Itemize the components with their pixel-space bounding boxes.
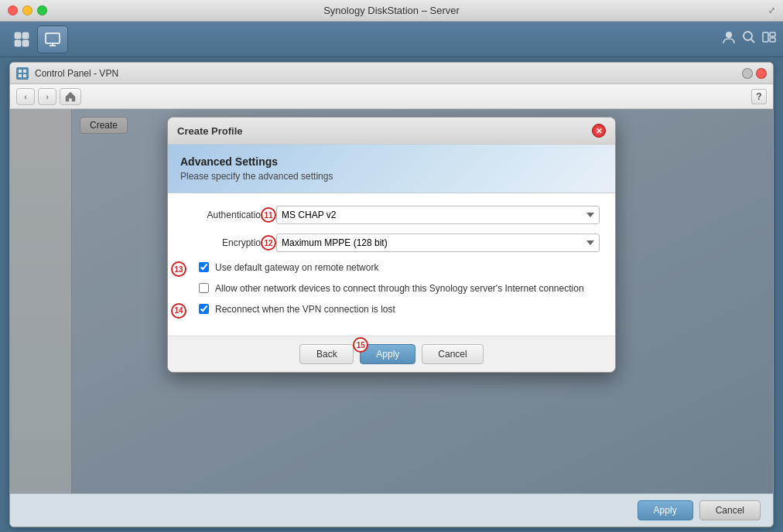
- svg-rect-0: [15, 32, 21, 39]
- home-button[interactable]: [60, 88, 81, 105]
- cp-titlebar: Control Panel - VPN: [10, 63, 773, 84]
- title-bar: Synology DiskStation – Server ⤢: [0, 0, 783, 22]
- expand-icon: ⤢: [768, 5, 775, 15]
- default-gateway-label: Use default gateway on remote network: [215, 261, 378, 275]
- cp-close-button[interactable]: [756, 68, 767, 79]
- advanced-settings-desc: Please specify the advanced settings: [180, 171, 603, 182]
- reconnect-row: 14 Reconnect when the VPN connection is …: [183, 303, 600, 316]
- main-content: Create Create Profile ✕ Advanced Setting…: [10, 109, 773, 493]
- apply-button[interactable]: 15 Apply: [360, 344, 415, 364]
- close-button[interactable]: [8, 5, 18, 15]
- control-panel-window: Control Panel - VPN ‹ › ? Create Create …: [9, 62, 774, 527]
- forward-button[interactable]: ›: [38, 88, 56, 105]
- modal-body: 11 Authentication: MS CHAP v2 12 Encrypt…: [168, 193, 615, 336]
- layout-icon[interactable]: [761, 29, 777, 49]
- modal-close-button[interactable]: ✕: [592, 124, 606, 138]
- advanced-settings-title: Advanced Settings: [180, 155, 603, 168]
- authentication-select[interactable]: MS CHAP v2: [276, 206, 600, 224]
- reconnect-checkbox[interactable]: [199, 304, 209, 314]
- modal-overlay: Create Profile ✕ Advanced Settings Pleas…: [10, 109, 773, 493]
- modal-footer: Back 15 Apply Cancel: [168, 336, 615, 372]
- allow-network-devices-row: Allow other network devices to connect t…: [183, 282, 600, 295]
- svg-rect-4: [46, 33, 60, 43]
- back-button[interactable]: Back: [299, 344, 354, 364]
- step-13-badge: 13: [171, 261, 186, 277]
- cp-title: Control Panel - VPN: [35, 68, 118, 79]
- nav-bar: ‹ › ?: [10, 84, 773, 109]
- window-controls: [8, 5, 47, 15]
- search-icon[interactable]: [741, 29, 757, 49]
- svg-rect-11: [770, 32, 775, 36]
- svg-rect-1: [22, 32, 29, 39]
- main-apply-button[interactable]: Apply: [638, 500, 693, 520]
- modal-banner: Advanced Settings Please specify the adv…: [168, 145, 615, 193]
- toolbar-right: [721, 29, 777, 49]
- modal-header: Create Profile ✕: [168, 118, 615, 145]
- svg-point-7: [726, 32, 732, 38]
- main-cancel-button[interactable]: Cancel: [699, 500, 761, 520]
- step-11-badge: 11: [261, 207, 276, 223]
- reconnect-label: Reconnect when the VPN connection is los…: [215, 303, 395, 316]
- create-profile-dialog: Create Profile ✕ Advanced Settings Pleas…: [167, 117, 616, 373]
- svg-rect-15: [19, 74, 22, 77]
- step-15-badge: 15: [353, 337, 368, 353]
- allow-network-devices-checkbox[interactable]: [199, 283, 209, 293]
- cp-min-button[interactable]: [742, 68, 753, 79]
- user-icon[interactable]: [721, 29, 737, 49]
- encryption-row: 12 Encryption: Maximum MPPE (128 bit): [183, 234, 600, 252]
- minimize-button[interactable]: [22, 5, 32, 15]
- step-14-badge: 14: [171, 303, 186, 319]
- app-toolbar: [0, 22, 783, 57]
- cp-icon: [16, 67, 29, 80]
- svg-rect-14: [23, 70, 26, 73]
- svg-rect-2: [15, 40, 21, 46]
- svg-rect-12: [770, 38, 775, 42]
- maximize-button[interactable]: [37, 5, 47, 15]
- help-button[interactable]: ?: [751, 89, 767, 104]
- app-grid-button[interactable]: [6, 26, 37, 53]
- app-desktop-button[interactable]: [37, 26, 68, 53]
- cancel-button[interactable]: Cancel: [422, 344, 483, 364]
- svg-rect-16: [23, 74, 26, 77]
- cp-close-group: [742, 68, 767, 79]
- window-title: Synology DiskStation – Server: [323, 5, 460, 16]
- default-gateway-checkbox[interactable]: [199, 262, 209, 272]
- allow-network-devices-label: Allow other network devices to connect t…: [215, 282, 584, 295]
- svg-point-8: [744, 32, 752, 40]
- svg-line-9: [751, 39, 754, 43]
- svg-rect-13: [19, 70, 22, 73]
- default-gateway-row: 13 Use default gateway on remote network: [183, 261, 600, 275]
- bottom-bar: Apply Cancel: [10, 493, 773, 527]
- encryption-select[interactable]: Maximum MPPE (128 bit): [276, 234, 600, 252]
- svg-rect-10: [763, 32, 768, 42]
- authentication-row: 11 Authentication: MS CHAP v2: [183, 206, 600, 224]
- step-12-badge: 12: [261, 235, 276, 251]
- modal-title: Create Profile: [177, 125, 243, 137]
- back-button[interactable]: ‹: [16, 88, 35, 105]
- svg-rect-3: [22, 40, 29, 46]
